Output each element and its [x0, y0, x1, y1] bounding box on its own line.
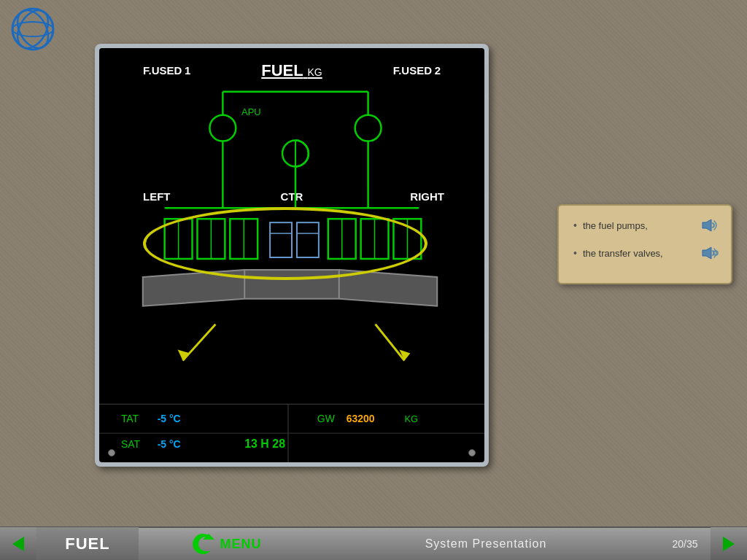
company-logo — [7, 7, 58, 51]
info-item-1: • the fuel pumps, — [573, 217, 720, 234]
svg-text:TAT: TAT — [121, 413, 139, 424]
speaker-icon-2[interactable] — [700, 244, 720, 262]
oval-highlight — [143, 207, 427, 280]
svg-marker-49 — [703, 219, 711, 231]
corner-bolt-bl — [108, 449, 115, 456]
svg-text:GW: GW — [317, 413, 336, 424]
nav-fuel-label: FUEL — [36, 527, 139, 560]
info-box: • the fuel pumps, • the transfer valves, — [557, 204, 732, 284]
menu-button[interactable]: MENU — [220, 537, 262, 552]
bullet-2: • — [573, 247, 577, 259]
svg-text:13 H 28: 13 H 28 — [244, 438, 285, 450]
corner-bolt-br — [468, 449, 476, 456]
svg-text:KG: KG — [404, 413, 418, 424]
svg-text:-5 °C: -5 °C — [158, 438, 181, 450]
nav-page-number: 20/35 — [659, 538, 711, 550]
svg-point-4 — [209, 115, 236, 141]
nav-system-label: System Presentation — [312, 537, 659, 551]
menu-icon[interactable] — [190, 531, 216, 557]
prev-button[interactable] — [0, 527, 36, 560]
info-text-1: the fuel pumps, — [583, 220, 700, 231]
nav-menu-area: MENU — [139, 531, 312, 557]
svg-marker-35 — [178, 350, 190, 361]
nav-bar: FUEL MENU System Presentation 20/35 — [0, 526, 747, 560]
info-text-2: the transfer valves, — [583, 248, 700, 259]
ecam-panel: FUEL KG F.USED 1 F.USED 2 APU LEFT CTR R… — [95, 44, 489, 467]
svg-text:-5 °C: -5 °C — [158, 413, 181, 424]
svg-marker-52 — [12, 537, 24, 551]
svg-marker-54 — [723, 537, 735, 551]
svg-text:SAT: SAT — [121, 438, 141, 450]
info-item-2: • the transfer valves, — [573, 244, 720, 262]
svg-point-5 — [355, 115, 382, 141]
next-button[interactable] — [711, 527, 747, 560]
bullet-1: • — [573, 219, 577, 231]
ecam-screen: FUEL KG F.USED 1 F.USED 2 APU LEFT CTR R… — [99, 48, 484, 462]
svg-line-36 — [376, 324, 405, 361]
svg-marker-50 — [703, 247, 711, 259]
speaker-icon-1[interactable] — [700, 217, 720, 234]
svg-text:63200: 63200 — [347, 413, 375, 424]
